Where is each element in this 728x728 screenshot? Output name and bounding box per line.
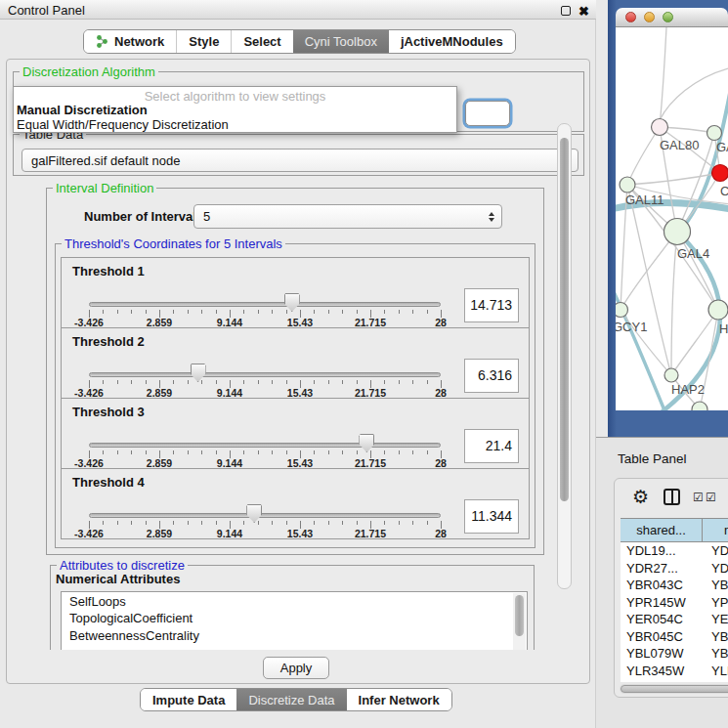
cell-name[interactable]: YBL0: [703, 645, 728, 663]
threshold-slider[interactable]: [89, 372, 441, 377]
tab-select[interactable]: Select: [231, 30, 292, 53]
tab-impute-data[interactable]: Impute Data: [141, 689, 236, 710]
table-data-combobox[interactable]: galFiltered.sif default node: [21, 149, 578, 172]
network-edge[interactable]: [671, 310, 718, 375]
algorithm-combobox[interactable]: [465, 101, 510, 126]
threshold-value-field[interactable]: 11.344: [464, 499, 519, 534]
list-item[interactable]: BetweennessCentrality: [62, 626, 527, 644]
number-of-intervals-combobox[interactable]: 5: [193, 204, 502, 229]
split-columns-icon[interactable]: [664, 489, 680, 505]
threshold-value-field[interactable]: 14.713: [464, 288, 519, 322]
scrollbar-thumb[interactable]: [621, 685, 728, 693]
tab-network[interactable]: Network: [84, 30, 176, 53]
cell-shared-name[interactable]: YIL052C: [621, 679, 703, 681]
threshold-panel: Threshold 3 -3.4262.8599.14415.4321.7152…: [61, 398, 530, 469]
table-horizontal-scrollbar[interactable]: [620, 684, 728, 694]
network-node[interactable]: [707, 126, 722, 141]
table-row[interactable]: YBR043CYBR0: [621, 577, 728, 594]
network-edge[interactable]: [627, 127, 660, 185]
numerical-attributes-label: Numerical Attributes: [56, 572, 180, 586]
cell-shared-name[interactable]: YER054C: [621, 611, 703, 628]
number-of-intervals-label: Number of Intervals: [84, 209, 203, 224]
table-row[interactable]: YDL19...YDL1: [621, 542, 728, 560]
cell-shared-name[interactable]: YPR145W: [621, 594, 703, 612]
float-window-icon[interactable]: [561, 6, 571, 16]
threshold-label: Threshold 2: [72, 334, 145, 349]
tab-cyni-toolbox[interactable]: Cyni Toolbox: [293, 30, 389, 53]
gear-icon[interactable]: ⚙: [632, 486, 649, 508]
tab-style[interactable]: Style: [176, 30, 231, 53]
cell-shared-name[interactable]: YDR27...: [621, 560, 703, 578]
close-icon[interactable]: ✖: [578, 4, 589, 19]
checkbox-checked-icon[interactable]: ☑: [693, 491, 704, 504]
list-scrollbar[interactable]: [513, 593, 526, 650]
column-header-shared-name[interactable]: shared...: [621, 519, 703, 541]
tick-label: 21.715: [355, 528, 386, 539]
combobox-value: 5: [203, 209, 210, 224]
list-item[interactable]: TopologicalCoefficient: [62, 610, 527, 627]
list-item[interactable]: SelfLoops: [62, 592, 527, 610]
cell-name[interactable]: YER0: [703, 611, 728, 628]
threshold-value-field[interactable]: 21.4: [464, 429, 519, 463]
cell-name[interactable]: YPR1: [703, 594, 728, 612]
cell-name[interactable]: YBR0: [703, 577, 728, 594]
network-node[interactable]: [708, 300, 728, 320]
thresholds-group: Threshold's Coordinates for 5 Intervals …: [55, 243, 535, 548]
network-node[interactable]: [652, 119, 668, 136]
cell-name[interactable]: YDL1: [703, 542, 728, 560]
cell-name[interactable]: YBR0: [703, 628, 728, 646]
close-traffic-light-icon[interactable]: [625, 12, 636, 22]
attributes-group: Attributes to discretize Numerical Attri…: [50, 565, 535, 650]
slider-tick-labels: -3.4262.8599.14415.4321.71528: [62, 528, 529, 539]
table-row[interactable]: YBR045CYBR0: [621, 628, 728, 646]
cell-shared-name[interactable]: YLR345W: [621, 663, 703, 680]
panel-vertical-scrollbar[interactable]: [557, 123, 572, 589]
checkbox-checked-icon[interactable]: ☑: [706, 491, 716, 504]
scrollbar-thumb[interactable]: [515, 595, 524, 636]
tick-mark: [342, 450, 343, 454]
cell-name[interactable]: YLR3: [703, 663, 728, 680]
table-row[interactable]: YER054CYER0: [621, 611, 728, 628]
cell-shared-name[interactable]: YBL079W: [621, 645, 703, 663]
node-label: GAL4: [677, 246, 709, 261]
group-title: Attributes to discretize: [57, 558, 188, 573]
cell-name[interactable]: YIL0: [703, 679, 728, 681]
threshold-slider[interactable]: [89, 443, 441, 448]
table-row[interactable]: YIL052CYIL0: [621, 679, 728, 681]
network-node[interactable]: [712, 165, 728, 182]
network-node[interactable]: [664, 368, 678, 382]
minimize-traffic-light-icon[interactable]: [644, 12, 655, 22]
cell-shared-name[interactable]: YDL19...: [621, 542, 703, 560]
network-edge[interactable]: [660, 68, 728, 120]
scrollbar-thumb[interactable]: [560, 138, 569, 501]
network-edge[interactable]: [621, 232, 677, 310]
column-header-name[interactable]: na: [703, 519, 728, 541]
network-node[interactable]: [616, 303, 628, 318]
table-row[interactable]: YLR345WYLR3: [621, 663, 728, 680]
popup-item-equal-width-frequency[interactable]: Equal Width/Frequency Discretization: [17, 117, 229, 132]
tab-discretize-data[interactable]: Discretize Data: [236, 689, 346, 710]
network-edge[interactable]: [627, 185, 671, 375]
network-node[interactable]: [620, 177, 635, 193]
threshold-slider[interactable]: [89, 513, 441, 518]
tick-mark: [103, 380, 104, 384]
network-edge[interactable]: [660, 27, 666, 127]
zoom-traffic-light-icon[interactable]: [663, 12, 673, 22]
cell-name[interactable]: YDR2: [703, 560, 728, 578]
cell-shared-name[interactable]: YBR043C: [621, 577, 703, 594]
threshold-value-field[interactable]: 6.316: [464, 359, 519, 393]
table-row[interactable]: YDR27...YDR2: [621, 560, 728, 578]
network-node[interactable]: [664, 219, 691, 245]
tab-label: Select: [243, 34, 280, 49]
table-row[interactable]: YBL079WYBL0: [621, 645, 728, 663]
cell-shared-name[interactable]: YBR045C: [621, 628, 703, 646]
network-canvas[interactable]: GAL80GACGAL11GAL4GCY1HHAP2: [616, 27, 728, 410]
table-row[interactable]: YPR145WYPR1: [621, 594, 728, 612]
threshold-slider[interactable]: [89, 302, 441, 307]
tab-infer-network[interactable]: Infer Network: [347, 689, 451, 710]
apply-button[interactable]: Apply: [263, 657, 329, 679]
network-window-titlebar[interactable]: [616, 8, 728, 27]
tab-jactivemnodules[interactable]: jActiveMNodules: [389, 30, 515, 53]
popup-item-manual-discretization[interactable]: Manual Discretization: [17, 103, 148, 117]
threshold-panel: Threshold 4 -3.4262.8599.14415.4321.7152…: [61, 468, 530, 539]
